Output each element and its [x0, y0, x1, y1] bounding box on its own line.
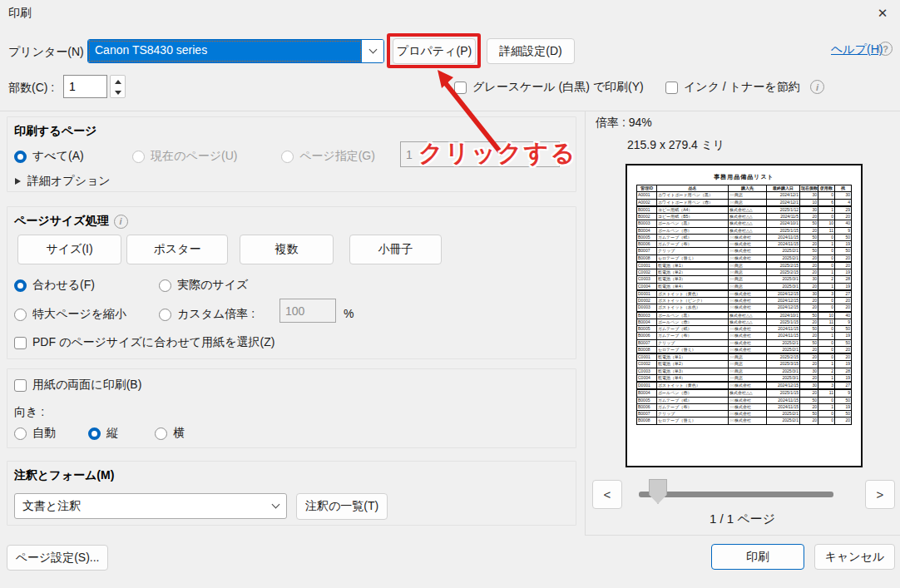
print-button[interactable]: 印刷: [711, 544, 804, 570]
save-ink-checkbox[interactable]: [665, 82, 678, 94]
preview-table-row: B0003ボールペン（黒）株式会社△△2024/10/1501040: [637, 220, 852, 227]
radio-fit-label: 合わせる(F): [32, 278, 95, 293]
chevron-down-icon: [362, 40, 383, 62]
print-dialog: { "window": { "title": "印刷", "close_icon…: [0, 0, 900, 588]
radio-all-pages[interactable]: すべて(A): [14, 149, 84, 164]
comments-section-title: 注釈とフォーム(M): [14, 468, 114, 483]
grayscale-checkbox[interactable]: [454, 82, 467, 94]
radio-orientation-landscape[interactable]: 横: [155, 426, 185, 441]
radio-actual-size-icon[interactable]: [159, 279, 171, 292]
pages-section: 印刷するページ すべて(A) 現在のページ(U) ページ指定(G) 詳細オプショ…: [7, 116, 576, 192]
preview-table-row: B0007クリップ○○株式会社2025/2/150050: [637, 248, 852, 254]
advanced-options-toggle[interactable]: 詳細オプション: [15, 174, 111, 189]
preview-table-body: A0001ホワイトボード用ペン（黒）○○商店2024/12/130030A000…: [637, 192, 852, 424]
multiple-mode-button[interactable]: 複数: [240, 235, 334, 264]
stepper-up-icon[interactable]: [111, 76, 125, 87]
preview-table-row: B0008セロテープ（替え）○○株式会社2025/2/120020: [637, 418, 852, 424]
radio-custom-scale[interactable]: カスタム倍率 :: [159, 307, 255, 322]
page-setup-button[interactable]: ページ設定(S)...: [7, 545, 108, 571]
booklet-mode-button[interactable]: 小冊子: [349, 235, 442, 264]
radio-fit[interactable]: 合わせる(F): [14, 278, 95, 293]
custom-scale-input: [279, 299, 336, 323]
radio-shrink-oversized[interactable]: 特大ページを縮小: [14, 307, 126, 322]
preview-table-row: B0006ガムテープ（布）○○株式会社2024/11/1520119: [637, 241, 852, 248]
duplex-checkbox-row[interactable]: 用紙の両面に印刷(B): [14, 378, 141, 393]
preview-table-row: C0003乾電池（単3）○○商店2025/3/130228: [637, 368, 852, 374]
radio-current-page: 現在のページ(U): [132, 149, 237, 164]
preview-page: 事務用品備品リスト 管理ID品名購入先最終購入日現在個数使用数残 A0001ホワ…: [626, 164, 863, 467]
preview-table-row: B0008セロテープ（替え）○○株式会社2025/2/120020: [637, 346, 852, 353]
properties-button[interactable]: プロパティ(P): [393, 38, 476, 64]
advanced-settings-button[interactable]: 詳細設定(D): [487, 38, 575, 64]
radio-orientation-auto-icon[interactable]: [14, 427, 27, 440]
preview-table-row: A0001ホワイトボード用ペン（黒）○○商店2024/12/130030: [637, 192, 852, 199]
radio-custom-scale-label: カスタム倍率 :: [177, 307, 255, 322]
radio-custom-scale-icon[interactable]: [159, 309, 171, 321]
preview-table-row: B0005ガムテープ（紙）○○株式会社2024/11/1550050: [637, 234, 852, 240]
radio-orientation-landscape-icon[interactable]: [155, 427, 167, 440]
poster-mode-button[interactable]: ポスター: [126, 235, 228, 264]
size-mode-button[interactable]: サイズ(I): [17, 235, 121, 264]
grayscale-checkbox-row[interactable]: グレースケール (白黒) で印刷(Y): [454, 80, 644, 95]
window-title: 印刷: [8, 6, 32, 21]
choose-paper-checkbox[interactable]: [14, 337, 27, 349]
preview-col-header: 現在個数: [800, 185, 818, 192]
preview-slider-track[interactable]: [639, 492, 833, 497]
copies-stepper[interactable]: [110, 75, 126, 98]
preview-table-row: C0001乾電池（単1）○○商店2025/2/1520020: [637, 262, 852, 269]
save-ink-checkbox-row[interactable]: インク / トナーを節約: [665, 80, 800, 95]
summarize-comments-button[interactable]: 注釈の一覧(T): [296, 493, 388, 520]
help-icon[interactable]: ?: [878, 42, 893, 56]
preview-table-header-row: 管理ID品名購入先最終購入日現在個数使用数残: [637, 185, 852, 192]
triangle-right-icon: [15, 178, 21, 185]
preview-table-row: C0004乾電池（単4）○○商店2025/3/120119: [637, 283, 852, 290]
preview-slider-handle[interactable]: [649, 479, 667, 504]
advanced-options-label: 詳細オプション: [27, 174, 111, 189]
radio-actual-size[interactable]: 実際のサイズ: [159, 278, 248, 293]
page-size-section: ページサイズ処理 i サイズ(I) ポスター 複数 小冊子 合わせる(F) 実際…: [7, 206, 576, 359]
preview-table-row: C0004乾電池（単4）○○商店2025/3/120119: [637, 374, 852, 382]
comments-section: 注釈とフォーム(M) 文書と注釈 注釈の一覧(T): [7, 461, 576, 526]
grayscale-label: グレースケール (白黒) で印刷(Y): [472, 80, 644, 95]
radio-shrink-oversized-icon[interactable]: [14, 309, 27, 321]
preview-prev-button[interactable]: <: [592, 480, 622, 509]
copies-input[interactable]: [63, 75, 107, 98]
preview-table-row: C0002乾電池（単2）○○商店2025/2/1520119: [637, 269, 852, 276]
preview-col-header: 残: [835, 185, 852, 192]
cancel-button[interactable]: キャンセル: [814, 544, 895, 570]
radio-current-page-icon: [132, 151, 145, 163]
page-size-info-icon[interactable]: i: [114, 215, 128, 229]
duplex-label: 用紙の両面に印刷(B): [32, 378, 141, 393]
printer-selected-value: Canon TS8430 series: [88, 40, 362, 62]
radio-orientation-auto[interactable]: 自動: [14, 426, 56, 441]
preview-table-row: A0002ホワイトボード用ペン（赤）○○商店2024/12/11064: [637, 199, 852, 206]
orientation-section: 用紙の両面に印刷(B) 向き : 自動 縦 横: [7, 368, 576, 448]
help-link[interactable]: ヘルプ(H): [831, 42, 883, 57]
copies-label: 部数(C) :: [8, 81, 54, 96]
comments-select[interactable]: 文書と注釈: [14, 493, 287, 519]
radio-all-pages-label: すべて(A): [32, 149, 84, 164]
radio-orientation-auto-label: 自動: [32, 426, 56, 441]
radio-all-pages-icon[interactable]: [14, 151, 27, 163]
preview-table-row: B0004ボールペン（赤）株式会社△△2025/1/1520119: [637, 389, 852, 397]
radio-orientation-portrait[interactable]: 縦: [88, 426, 118, 441]
page-range-input: [400, 141, 560, 167]
preview-table-row: B0006ガムテープ（布）○○株式会社2024/11/1520119: [637, 403, 852, 410]
duplex-checkbox[interactable]: [14, 379, 27, 392]
radio-fit-icon[interactable]: [14, 279, 27, 292]
preview-table-row: C0001乾電池（単1）○○商店2025/2/1520020: [637, 353, 852, 361]
preview-table: 管理ID品名購入先最終購入日現在個数使用数残 A0001ホワイトボード用ペン（黒…: [636, 185, 852, 425]
radio-page-range: ページ指定(G): [281, 149, 375, 164]
info-icon[interactable]: i: [810, 80, 824, 94]
preview-table-row: B0004ボールペン（赤）株式会社△△2025/1/1520119: [637, 319, 852, 325]
stepper-down-icon[interactable]: [111, 87, 125, 97]
close-icon[interactable]: ✕: [872, 3, 893, 23]
choose-paper-checkbox-row[interactable]: PDF のページサイズに合わせて用紙を選択(Z): [14, 335, 274, 350]
printer-select[interactable]: Canon TS8430 series: [87, 39, 384, 63]
preview-table-row: C0003乾電池（単3）○○商店2025/3/130228: [637, 276, 852, 283]
preview-table-row: D0003ポストイット（水色）○○株式会社2024/12/1520020: [637, 304, 852, 312]
preview-table-row: B0007クリップ○○株式会社2025/2/150050: [637, 339, 852, 346]
radio-orientation-portrait-icon[interactable]: [88, 427, 101, 440]
preview-table-row: C0002乾電池（単2）○○商店2025/3/1520119: [637, 361, 852, 368]
preview-next-button[interactable]: >: [865, 480, 895, 509]
